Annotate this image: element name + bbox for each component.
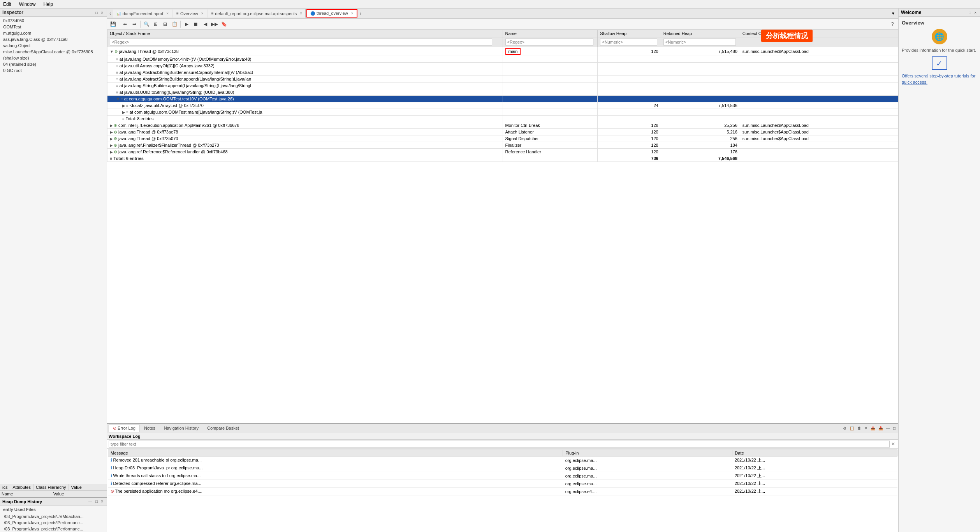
expand-icon[interactable]: ▶: [122, 104, 125, 108]
menu-help[interactable]: Help: [42, 1, 55, 8]
expand-btn[interactable]: ⊞: [151, 20, 160, 28]
heap-maximize[interactable]: □: [94, 499, 99, 504]
expand-icon[interactable]: ▶: [110, 137, 113, 141]
tab-scroll-left[interactable]: ‹: [108, 10, 113, 16]
inspector-item-launcher[interactable]: misc.Launcher$AppClassLoader @ 0xff73690…: [0, 49, 107, 55]
save-btn[interactable]: 💾: [109, 20, 117, 28]
table-row[interactable]: ▶≡at com.atguigu.oom.OOMTest.main([Ljava…: [107, 109, 898, 116]
search-btn[interactable]: 🔍: [142, 20, 151, 28]
menu-window[interactable]: Window: [18, 1, 37, 8]
table-row[interactable]: ≡at java.lang.AbstractStringBuilder.appe…: [107, 76, 898, 83]
help-btn[interactable]: ?: [888, 20, 897, 28]
tab-scroll-right[interactable]: ›: [358, 10, 363, 16]
right-close-btn[interactable]: ×: [973, 10, 978, 15]
log-copy-btn[interactable]: 📋: [848, 426, 855, 431]
expand-icon[interactable]: ▶: [110, 143, 113, 147]
filter-retained[interactable]: [663, 39, 736, 46]
log-max-btn[interactable]: □: [892, 426, 897, 431]
tab-ics[interactable]: ics: [0, 484, 10, 490]
log-filter-btn[interactable]: ⚙: [842, 426, 848, 431]
right-min-btn[interactable]: —: [961, 10, 967, 15]
copy-btn[interactable]: 📋: [170, 20, 179, 28]
inspector-item-hex[interactable]: 0xff73d050: [0, 18, 107, 24]
expand-icon[interactable]: ▼: [110, 49, 114, 54]
log-row[interactable]: ℹ Wrote threads call stacks to f org.ecl…: [108, 472, 897, 480]
table-row[interactable]: ▶≡<local> java.util.ArrayList @ 0xff73cf…: [107, 102, 898, 109]
bottom-tab-notes[interactable]: Notes: [140, 425, 160, 432]
inspector-item-atguigu[interactable]: m.atguigu.com: [0, 30, 107, 36]
tab-menu-btn[interactable]: ▼: [889, 11, 897, 16]
log-min-btn[interactable]: —: [885, 426, 891, 431]
expand-icon[interactable]: ▶: [110, 130, 113, 134]
prev-btn[interactable]: ◀: [201, 20, 209, 28]
menu-edit[interactable]: Edit: [2, 1, 13, 8]
tab-dump[interactable]: 📊 dumpExceeded.hprof ×: [113, 9, 172, 18]
close-btn[interactable]: ×: [100, 10, 104, 15]
table-row[interactable]: ▶⚙com.intellij.rt.execution.application.…: [107, 122, 898, 129]
forward-btn[interactable]: ➡: [130, 20, 139, 28]
bottom-tab-errorlog[interactable]: ⊙ Error Log: [109, 425, 140, 432]
log-filter-clear[interactable]: ✕: [890, 441, 897, 447]
tab-overview-close[interactable]: ×: [201, 11, 204, 16]
recent-file-0[interactable]: \03_Program\Java_projects\JVMdachan...: [0, 513, 107, 520]
tab-class-hierarchy[interactable]: Class Hierarchy: [33, 484, 69, 490]
log-import-btn[interactable]: 📥: [877, 426, 884, 431]
table-row[interactable]: ▶⚙java.lang.ref.Finalizer$FinalizerThrea…: [107, 142, 898, 149]
table-row[interactable]: ≡at java.util.UUID.toString()Ljava/lang/…: [107, 89, 898, 96]
table-row[interactable]: ≡at java.lang.AbstractStringBuilder.ensu…: [107, 69, 898, 76]
tab-overview[interactable]: ≡ Overview ×: [173, 9, 207, 18]
table-row[interactable]: ≡at java.lang.OutOfMemoryError.<init>()V…: [107, 56, 898, 63]
table-row[interactable]: ≡at java.lang.StringBuilder.append(Ljava…: [107, 83, 898, 89]
maximize-btn[interactable]: □: [94, 10, 99, 15]
tab-report[interactable]: ≡ default_report org.eclipse.mat.api:sus…: [208, 9, 306, 18]
expand-icon[interactable]: ▶: [122, 110, 125, 114]
expand-icon[interactable]: ▶: [110, 123, 113, 128]
recent-file-2[interactable]: \03_Program\Java_projects\Performanc...: [0, 526, 107, 532]
inspector-item-gcroot[interactable]: 0 GC root: [0, 67, 107, 74]
heap-close[interactable]: ×: [100, 499, 104, 504]
log-export-btn[interactable]: 📤: [869, 426, 876, 431]
collapse-btn[interactable]: ⊟: [161, 20, 169, 28]
filter-name[interactable]: [505, 39, 593, 46]
log-filter-input[interactable]: [109, 441, 890, 448]
log-clear-btn[interactable]: 🗑: [856, 426, 862, 431]
tab-dump-close[interactable]: ×: [166, 11, 169, 16]
table-row[interactable]: ▼⚙java.lang.Thread @ 0xff73c128main1207,…: [107, 47, 898, 56]
table-row[interactable]: ▼≡at com.atguigu.oom.OOMTest.test10V (OO…: [107, 96, 898, 102]
bottom-tab-compare[interactable]: Compare Basket: [203, 425, 243, 432]
expand-icon[interactable]: ▼: [116, 97, 120, 101]
tab-thread-overview[interactable]: 🔵 thread_overview ×: [306, 9, 357, 18]
table-row[interactable]: ▶⚙java.lang.ref.Reference$ReferenceHandl…: [107, 149, 898, 155]
run-btn[interactable]: ▶: [182, 20, 191, 28]
expand-icon[interactable]: ▶: [110, 150, 113, 154]
log-row[interactable]: ℹ Detected compressed referer org.eclips…: [108, 480, 897, 488]
recent-file-1[interactable]: \03_Program\Java_projects\Performanc...: [0, 520, 107, 526]
filter-shallow[interactable]: [600, 39, 657, 46]
inspector-item-object[interactable]: va.lang.Object: [0, 42, 107, 49]
table-row[interactable]: ≡at java.util.Arrays.copyOf([C][C (Array…: [107, 63, 898, 69]
table-row[interactable]: ≡Total: 8 entries: [107, 116, 898, 122]
right-max-btn[interactable]: □: [968, 10, 972, 15]
inspector-item-class[interactable]: ass.java.lang.Class @ 0xff771ca8: [0, 36, 107, 42]
table-row[interactable]: ▶⚙java.lang.Thread @ 0xff73b070Signal Di…: [107, 135, 898, 142]
log-row[interactable]: ℹ Heap D:\03_Program\Java_pr org.eclipse…: [108, 464, 897, 472]
bookmark-btn[interactable]: 🔖: [220, 20, 228, 28]
log-row[interactable]: ℹ Removed 201 unreachable ol org.eclipse…: [108, 457, 897, 464]
tab-report-close[interactable]: ×: [300, 11, 302, 16]
tab-value[interactable]: Value: [69, 484, 84, 490]
tutorials-text[interactable]: Offers several step-by-step tutorials fo…: [902, 73, 977, 85]
stop-btn[interactable]: ⏹: [192, 20, 200, 28]
tab-thread-close[interactable]: ×: [351, 11, 354, 16]
inspector-item-shallow[interactable]: (shallow size): [0, 55, 107, 61]
bottom-tab-navhistory[interactable]: Navigation History: [160, 425, 203, 432]
thread-table-container[interactable]: Object / Stack Frame Name Shallow Heap R…: [107, 30, 898, 423]
back-btn[interactable]: ⬅: [121, 20, 129, 28]
table-row[interactable]: ▶⚙java.lang.Thread @ 0xff73ae78Attach Li…: [107, 129, 898, 135]
inspector-item-oomtest[interactable]: OOMTest: [0, 24, 107, 30]
inspector-item-retained[interactable]: 04 (retained size): [0, 61, 107, 67]
log-row[interactable]: ⊘ The persisted application mo org.eclip…: [108, 488, 897, 495]
tab-attributes[interactable]: Attributes: [10, 484, 33, 490]
next-btn[interactable]: ▶▶: [210, 20, 219, 28]
minimize-btn[interactable]: —: [87, 10, 93, 15]
log-delete-btn[interactable]: ✕: [863, 426, 869, 431]
